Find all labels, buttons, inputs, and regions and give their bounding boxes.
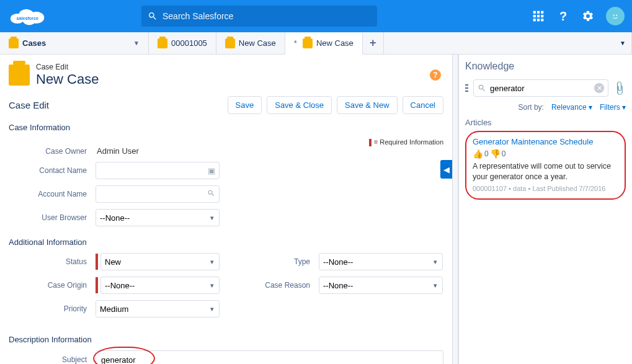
lookup-icon[interactable]: ▣: [208, 166, 215, 175]
user-avatar[interactable]: [606, 7, 625, 25]
tab-new-case-1[interactable]: New Case: [216, 32, 285, 54]
page-header: Case Edit New Case ?: [9, 62, 443, 87]
label-contact-name: Contact Name: [9, 166, 96, 175]
label-priority: Priority: [9, 304, 96, 313]
menu-icon[interactable]: [465, 84, 468, 92]
page-context: Case Edit: [36, 63, 68, 71]
select-user-browser-input[interactable]: --None--: [100, 213, 215, 223]
case-icon: [225, 38, 235, 48]
knowledge-search-input[interactable]: [486, 84, 594, 93]
save-close-button[interactable]: Save & Close: [267, 96, 332, 114]
thumbs-down-icon[interactable]: 👎: [490, 149, 501, 159]
tab-label: 00001005: [171, 38, 207, 48]
app-launcher-icon[interactable]: [532, 9, 545, 23]
svg-point-14: [611, 12, 620, 21]
cancel-button[interactable]: Cancel: [403, 96, 443, 114]
svg-point-15: [613, 14, 615, 16]
svg-rect-7: [541, 11, 543, 14]
knowledge-search[interactable]: ✕: [473, 79, 608, 97]
help-icon[interactable]: ?: [556, 9, 570, 23]
clear-icon[interactable]: ✕: [594, 83, 604, 93]
panel-collapse-handle[interactable]: ◀: [440, 160, 452, 179]
sort-dropdown[interactable]: Relevance ▾: [551, 103, 592, 112]
select-status[interactable]: New: [100, 253, 220, 270]
header-icons: ?: [532, 7, 625, 25]
tab-label: New Case: [316, 38, 354, 48]
settings-icon[interactable]: [581, 9, 595, 23]
global-search[interactable]: [141, 6, 377, 27]
required-indicator: [96, 277, 98, 293]
salesforce-logo: salesforce: [7, 4, 67, 29]
select-priority-input[interactable]: Medium: [100, 304, 215, 314]
case-icon-large: [9, 64, 30, 86]
select-case-origin[interactable]: --None--: [100, 277, 220, 294]
case-icon: [303, 38, 313, 48]
label-case-origin: Case Origin: [9, 281, 96, 290]
select-case-reason-input[interactable]: --None--: [323, 281, 438, 290]
label-subject: Subject: [9, 355, 96, 364]
article-title[interactable]: Generator Maintenance Schedule: [473, 137, 593, 146]
label-case-owner: Case Owner: [9, 147, 96, 156]
chevron-down-icon[interactable]: ▼: [133, 40, 140, 47]
svg-rect-5: [533, 11, 536, 14]
svg-rect-10: [541, 15, 543, 17]
section-additional: Additional Information: [9, 237, 443, 247]
input-contact-name[interactable]: [100, 166, 208, 175]
section-description: Description Information: [9, 335, 443, 344]
select-type-input[interactable]: --None--: [323, 257, 438, 267]
label-case-reason: Case Reason: [257, 281, 319, 290]
tab-label: Cases: [22, 38, 46, 48]
knowledge-title: Knowledge: [465, 61, 626, 72]
lookup-account-name[interactable]: [96, 185, 220, 203]
tab-00001005[interactable]: 00001005: [149, 32, 216, 54]
save-new-button[interactable]: Save & New: [337, 96, 398, 114]
workspace-tabs: Cases ▼ 00001005 New Case * New Case + ▼: [0, 32, 632, 55]
article-result[interactable]: Generator Maintenance Schedule 👍0 👎0 A r…: [465, 131, 626, 200]
select-status-input[interactable]: New: [105, 257, 215, 267]
search-icon: [148, 11, 158, 21]
svg-rect-11: [533, 19, 536, 21]
section-case-info: Case Information: [9, 123, 443, 132]
save-button[interactable]: Save: [228, 96, 262, 114]
select-case-reason[interactable]: --None--: [319, 277, 443, 294]
select-type[interactable]: --None--: [319, 253, 443, 270]
select-user-browser[interactable]: --None--: [96, 209, 220, 226]
global-header: salesforce ?: [0, 0, 632, 32]
article-meta: 000001107 • data • Last Published 7/7/20…: [473, 185, 618, 192]
label-user-browser: User Browser: [9, 213, 96, 222]
svg-rect-9: [537, 15, 540, 17]
required-indicator: [96, 254, 98, 270]
svg-rect-12: [537, 19, 540, 21]
label-type: Type: [257, 257, 319, 266]
knowledge-panel: Knowledge ✕ 📎 Sort by: Relevance ▾ Filte…: [458, 55, 632, 364]
tab-cases-pinned[interactable]: Cases ▼: [0, 32, 149, 54]
case-icon: [158, 38, 167, 48]
page-title: New Case: [36, 71, 99, 87]
label-account-name: Account Name: [9, 190, 96, 198]
svg-rect-6: [537, 11, 540, 14]
help-icon[interactable]: ?: [430, 69, 441, 81]
article-votes: 👍0 👎0: [473, 149, 618, 159]
attach-icon[interactable]: 📎: [611, 79, 628, 96]
label-status: Status: [9, 257, 96, 266]
case-icon: [9, 38, 19, 48]
search-icon[interactable]: [207, 189, 215, 199]
lookup-contact-name[interactable]: ▣: [96, 162, 220, 179]
tab-new-case-2[interactable]: * New Case: [285, 33, 363, 55]
select-case-origin-input[interactable]: --None--: [105, 281, 215, 290]
filters-dropdown[interactable]: Filters ▾: [600, 103, 626, 112]
tab-overflow[interactable]: ▼: [614, 32, 632, 54]
tab-new-button[interactable]: +: [363, 32, 384, 54]
thumbs-up-icon[interactable]: 👍: [473, 149, 483, 159]
global-search-input[interactable]: [158, 11, 371, 21]
unsaved-indicator: *: [294, 38, 297, 48]
svg-point-16: [616, 14, 617, 16]
select-priority[interactable]: Medium: [96, 300, 220, 317]
input-account-name[interactable]: [100, 190, 207, 199]
svg-rect-13: [541, 19, 543, 21]
search-icon: [478, 84, 486, 92]
knowledge-controls: Sort by: Relevance ▾ Filters ▾: [465, 103, 626, 112]
input-subject[interactable]: [96, 350, 443, 364]
case-edit-form: Case Edit New Case ? Case Edit Save Save…: [0, 55, 452, 364]
panel-divider[interactable]: [452, 55, 458, 364]
